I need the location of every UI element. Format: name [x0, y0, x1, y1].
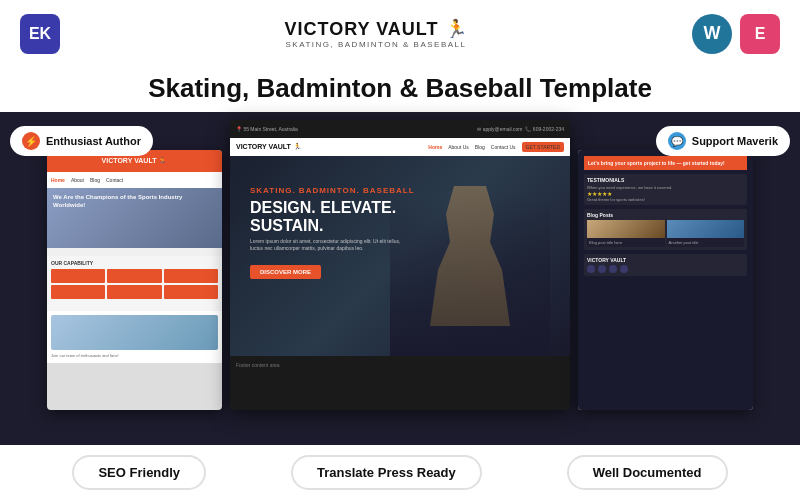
capability-boxes	[51, 269, 218, 299]
nav-contact: Contact	[106, 177, 123, 183]
author-badge-label: Enthusiast Author	[46, 135, 141, 147]
topbar-phone: 📞 609-2002-234	[525, 126, 564, 132]
center-nav-links: Home About Us Blog Contact Us GET STARTE…	[428, 142, 564, 152]
blog-item-2: Another post title	[667, 220, 745, 247]
social-title: VICTORY VAULT	[587, 257, 744, 263]
center-logo: VICTORY VAULT 🏃 SKATING, BADMINTON & BAS…	[260, 10, 491, 57]
logo-title: VICTORY VAULT 🏃	[284, 18, 467, 40]
runner-icon: 🏃	[445, 18, 468, 40]
author-badge: ⚡ Enthusiast Author	[10, 126, 153, 156]
translate-label: Translate Press Ready	[317, 465, 456, 480]
center-footer: Footer content area	[230, 356, 570, 410]
center-hero: SKATING. BADMINTON. BASEBALL DESIGN. ELE…	[230, 156, 570, 356]
documented-badge: Well Documented	[567, 455, 728, 490]
support-badge: 💬 Support Maverik	[656, 126, 790, 156]
page-wrapper: EK VICTORY VAULT 🏃 SKATING, BADMINTON & …	[0, 0, 800, 500]
nav-cta-btn[interactable]: GET STARTED	[522, 142, 564, 152]
box-4	[51, 285, 105, 299]
blog-img-2	[667, 220, 745, 238]
blog-section: Blog Posts Blog post title here Another …	[584, 209, 747, 250]
right-logos: W E	[692, 14, 780, 54]
seo-badge: SEO Friendly	[72, 455, 206, 490]
nav-home: Home	[51, 177, 65, 183]
hero-content: SKATING. BADMINTON. BASEBALL DESIGN. ELE…	[250, 186, 550, 279]
testimonial-text: Great theme for sports websites!	[587, 197, 744, 202]
nav-about: About	[71, 177, 84, 183]
topbar-address: 📍 55 Main Street, Australia	[236, 126, 298, 132]
support-badge-label: Support Maverik	[692, 135, 778, 147]
blog-title: Blog Posts	[587, 212, 744, 218]
logo-subtitle: SKATING, BADMINTON & BASEBALL	[285, 40, 466, 49]
right-dark-bg: Let's bring your sports project to life …	[578, 150, 753, 410]
right-header-text: Let's bring your sports project to life …	[588, 160, 725, 166]
translate-badge: Translate Press Ready	[291, 455, 482, 490]
nav-link-blog[interactable]: Blog	[475, 144, 485, 150]
top-bar: EK VICTORY VAULT 🏃 SKATING, BADMINTON & …	[0, 0, 800, 67]
section-title: OUR CAPABILITY	[51, 260, 218, 266]
content-area: ⚡ Enthusiast Author 💬 Support Maverik VI…	[0, 112, 800, 445]
wordpress-logo: W	[692, 14, 732, 54]
nav-link-home[interactable]: Home	[428, 144, 442, 150]
divider	[47, 248, 222, 256]
blog-text-1: Blog post title here	[587, 238, 665, 247]
left-bottom-section: Join our team of enthusiasts and fans!	[47, 311, 222, 363]
documented-label: Well Documented	[593, 465, 702, 480]
bottom-bar: SEO Friendly Translate Press Ready Well …	[0, 445, 800, 500]
testimonials-title: TESTIMONIALS	[587, 177, 744, 183]
center-nav: VICTORY VAULT 🏃 Home About Us Blog Conta…	[230, 138, 570, 156]
box-2	[107, 269, 161, 283]
right-mockup: Let's bring your sports project to life …	[578, 150, 753, 410]
hero-cta-btn[interactable]: DISCOVER MORE	[250, 265, 321, 279]
social-section: VICTORY VAULT	[584, 254, 747, 276]
hero-title: DESIGN. ELEVATE. SUSTAIN.	[250, 199, 550, 234]
img-placeholder	[51, 315, 218, 350]
left-mockup-nav: Home About Blog Contact	[47, 172, 222, 188]
page-title: Skating, Badminton & Baseball Template	[148, 73, 652, 104]
hero-desc: Lorem ipsum dolor sit amet, consectetur …	[250, 238, 410, 252]
hero-title-1: DESIGN. ELEVATE.	[250, 199, 396, 216]
hero-subtitle: SKATING. BADMINTON. BASEBALL	[250, 186, 550, 195]
shield-icon: ⚡	[22, 132, 40, 150]
center-mockup: 📍 55 Main Street, Australia ✉ apply@emai…	[230, 120, 570, 410]
right-header-bar: Let's bring your sports project to life …	[584, 156, 747, 170]
left-section-grid: OUR CAPABILITY	[47, 256, 222, 311]
center-nav-logo: VICTORY VAULT 🏃	[236, 143, 302, 151]
blog-item-1: Blog post title here	[587, 220, 665, 247]
elementor-logo: E	[740, 14, 780, 54]
nav-blog: Blog	[90, 177, 100, 183]
nav-link-about[interactable]: About Us	[448, 144, 469, 150]
social-dot-1	[587, 265, 595, 273]
seo-label: SEO Friendly	[98, 465, 180, 480]
left-mockup-hero: We Are the Champions of the Sports Indus…	[47, 188, 222, 248]
footer-text: Footer content area	[236, 362, 564, 368]
logo-title-text: VICTORY VAULT	[284, 19, 438, 40]
ek-logo: EK	[20, 14, 60, 54]
center-topbar: 📍 55 Main Street, Australia ✉ apply@emai…	[230, 120, 570, 138]
topbar-email: ✉ apply@email.com	[477, 126, 522, 132]
blog-text-2: Another post title	[667, 238, 745, 247]
social-dot-3	[609, 265, 617, 273]
right-content: TESTIMONIALS When you need experience, w…	[584, 174, 747, 276]
social-dot-2	[598, 265, 606, 273]
left-hero-title: We Are the Champions of the Sports Indus…	[53, 194, 216, 210]
nav-link-contact[interactable]: Contact Us	[491, 144, 516, 150]
left-mockup: VICTORY VAULT 🏃 Home About Blog Contact …	[47, 150, 222, 410]
box-1	[51, 269, 105, 283]
blog-grid: Blog post title here Another post title	[587, 220, 744, 247]
star-rating: ★★★★★	[587, 190, 744, 197]
box-5	[107, 285, 161, 299]
box-6	[164, 285, 218, 299]
box-3	[164, 269, 218, 283]
left-mockup-header-text: VICTORY VAULT 🏃	[102, 157, 168, 165]
blog-img-1	[587, 220, 665, 238]
support-icon: 💬	[668, 132, 686, 150]
testimonials-section: TESTIMONIALS When you need experience, w…	[584, 174, 747, 205]
hero-title-2: SUSTAIN.	[250, 217, 323, 234]
bottom-text: Join our team of enthusiasts and fans!	[51, 353, 218, 359]
social-dot-4	[620, 265, 628, 273]
title-row: Skating, Badminton & Baseball Template	[0, 67, 800, 112]
social-links	[587, 265, 744, 273]
